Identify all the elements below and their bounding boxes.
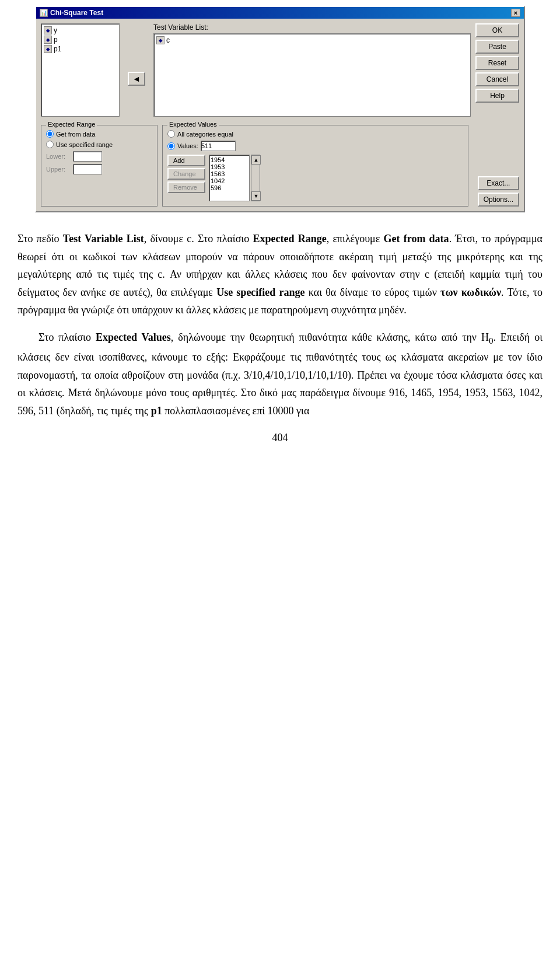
main-content: Στο πεδίο Test Variable List, δίνουμε c.…	[0, 218, 560, 459]
paste-button[interactable]: Paste	[475, 40, 519, 54]
arrow-col: ◄	[124, 41, 149, 117]
all-categories-label: All categories equal	[177, 131, 233, 138]
values-buttons: Add Change Remove	[167, 155, 205, 201]
values-radio[interactable]	[167, 142, 175, 150]
remove-button[interactable]: Remove	[167, 181, 205, 193]
use-specified-label: Use specified range	[56, 141, 113, 148]
var-label-y: y	[54, 26, 57, 34]
change-button[interactable]: Change	[167, 168, 205, 180]
cancel-button[interactable]: Cancel	[475, 72, 519, 86]
list-item[interactable]: ◆ p1	[44, 45, 117, 53]
get-from-data-label: Get from data	[56, 131, 95, 138]
var-icon-y: ◆	[44, 26, 52, 34]
right-buttons: OK Paste Reset Cancel Help	[475, 23, 519, 117]
scroll-up-btn[interactable]: ▲	[251, 155, 261, 165]
values-row: Values:	[167, 141, 463, 151]
bold-test-variable-list: Test Variable List	[63, 233, 144, 244]
test-variable-section: Test Variable List: ◆ c	[153, 23, 471, 117]
list-item[interactable]: 596	[211, 184, 248, 191]
values-scrollbar[interactable]: ▲ ▼	[251, 155, 260, 201]
list-item[interactable]: 1042	[211, 177, 248, 184]
test-var-label: c	[166, 36, 170, 44]
close-button[interactable]: ×	[511, 9, 520, 17]
expected-values-title: Expected Values	[167, 121, 219, 128]
use-specified-radio[interactable]	[46, 141, 54, 148]
list-item[interactable]: ◆ c	[156, 36, 468, 44]
values-area: Add Change Remove 1954 1953 1563 1042 59…	[167, 155, 463, 201]
dialog-row2: Expected Range Get from data Use specifi…	[36, 121, 524, 211]
upper-input[interactable]	[73, 164, 102, 174]
all-categories-radio[interactable]	[167, 130, 175, 138]
bold-get-from-data: Get from data	[384, 233, 449, 244]
var-icon-p1: ◆	[44, 45, 52, 53]
bold-p1: p1	[151, 405, 162, 417]
var-icon-p: ◆	[44, 36, 52, 44]
list-item[interactable]: 1953	[211, 163, 248, 170]
list-item[interactable]: ◆ y	[44, 26, 117, 34]
options-button[interactable]: Options...	[478, 193, 519, 207]
exact-button[interactable]: Exact...	[478, 176, 519, 190]
expected-range-title: Expected Range	[46, 121, 97, 128]
title-icon: 📊	[40, 9, 48, 17]
bold-expected-range: Expected Range	[253, 233, 326, 244]
lower-field-row: Lower:	[46, 151, 152, 162]
variable-list: ◆ y ◆ p ◆ p1	[41, 23, 120, 117]
test-var-icon: ◆	[156, 36, 164, 44]
ok-button[interactable]: OK	[475, 23, 519, 37]
scroll-down-btn[interactable]: ▼	[251, 191, 261, 201]
upper-field-row: Upper:	[46, 164, 152, 174]
test-variable-label: Test Variable List:	[153, 23, 471, 32]
reset-button[interactable]: Reset	[475, 56, 519, 70]
var-label-p1: p1	[54, 45, 61, 53]
test-variable-list[interactable]: ◆ c	[153, 33, 471, 117]
page-number: 404	[18, 429, 542, 447]
paragraph-1: Στο πεδίο Test Variable List, δίνουμε c.…	[18, 230, 542, 319]
upper-label: Upper:	[46, 166, 71, 173]
use-specified-range-row[interactable]: Use specified range	[46, 141, 152, 148]
list-item[interactable]: 1954	[211, 156, 248, 163]
scroll-track	[251, 165, 260, 191]
dialog-body: ◆ y ◆ p ◆ p1 ◄ Test Variable List: ◆ c	[36, 19, 524, 121]
get-from-data-radio[interactable]	[46, 130, 54, 138]
add-variable-button[interactable]: ◄	[128, 72, 145, 86]
list-item[interactable]: ◆ p	[44, 36, 117, 44]
lower-label: Lower:	[46, 153, 71, 160]
values-label: Values:	[177, 142, 198, 149]
bold-ton-kodikon: των κωδικών	[440, 286, 501, 298]
expected-range-group: Expected Range Get from data Use specifi…	[41, 125, 158, 207]
title-bar: 📊 Chi-Square Test ×	[36, 7, 524, 19]
values-input[interactable]	[201, 141, 236, 151]
bold-use-specified-range: Use specified range	[216, 286, 304, 298]
values-list[interactable]: 1954 1953 1563 1042 596	[209, 155, 250, 201]
paragraph-2: Στο πλαίσιο Expected Values, δηλώνουμε τ…	[18, 329, 542, 420]
values-list-container: 1954 1953 1563 1042 596 ▲ ▼	[209, 155, 260, 201]
lower-input[interactable]	[73, 151, 102, 162]
all-categories-row[interactable]: All categories equal	[167, 130, 463, 138]
expected-values-group: Expected Values All categories equal Val…	[162, 125, 468, 207]
bold-expected-values: Expected Values	[96, 331, 171, 343]
dialog-title: Chi-Square Test	[50, 9, 103, 17]
extra-buttons: Exact... Options...	[478, 121, 519, 207]
get-from-data-row[interactable]: Get from data	[46, 130, 152, 138]
help-button[interactable]: Help	[475, 89, 519, 103]
list-item[interactable]: 1563	[211, 170, 248, 177]
var-label-p: p	[54, 36, 58, 44]
add-button[interactable]: Add	[167, 155, 205, 166]
chi-square-dialog: 📊 Chi-Square Test × ◆ y ◆ p ◆ p1 ◄	[35, 6, 525, 212]
